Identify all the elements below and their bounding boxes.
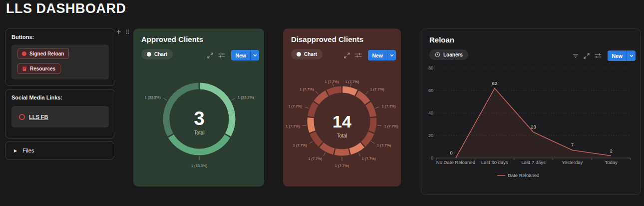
expand-icon[interactable]	[344, 52, 350, 58]
buttons-section-label: Buttons:	[11, 34, 34, 40]
reloan-card: Reloan Loaners New 020406080No Date Relo…	[421, 28, 641, 195]
pie-label-leader	[350, 82, 351, 86]
pie-label: 1 (7.7%)	[384, 124, 398, 128]
pie-label-leader	[371, 142, 375, 144]
pie-label-leader	[365, 91, 368, 94]
pie-segment[interactable]	[342, 90, 356, 93]
pie-label-leader	[323, 152, 325, 156]
data-point-label: 0	[450, 150, 452, 156]
approved-total-value: 3	[194, 108, 204, 128]
pie-label: 1 (33.3%)	[238, 94, 254, 99]
new-button[interactable]: New	[608, 50, 636, 61]
caret-right-icon[interactable]: ▶	[14, 148, 17, 153]
pie-label-leader	[232, 98, 235, 100]
chart-badge-label: Chart	[304, 52, 317, 57]
approved-clients-card: Approved Clients Chart New 3 Total 1 (33…	[133, 28, 264, 186]
resources-label: Resources	[30, 66, 55, 72]
pie-label-leader	[310, 142, 313, 144]
files-section[interactable]: ▶ Files	[5, 141, 114, 160]
social-section-label: Social Media Links:	[11, 94, 62, 100]
page-title: LLS DASHBOARD	[6, 1, 126, 16]
pie-label-leader	[303, 126, 307, 126]
pie-label-leader	[305, 107, 309, 108]
chevron-down-icon[interactable]	[387, 50, 396, 60]
disapproved-total-value: 14	[332, 112, 351, 132]
new-button[interactable]: New	[368, 50, 396, 60]
pie-segment[interactable]	[328, 90, 341, 93]
clock-icon	[435, 52, 440, 58]
expand-icon[interactable]	[584, 53, 590, 59]
trash-icon	[22, 66, 27, 72]
pie-label: 1 (7.7%)	[300, 87, 314, 92]
pie-segment[interactable]	[357, 94, 367, 102]
resources-button[interactable]: Resources	[17, 64, 60, 74]
pie-segment[interactable]	[322, 145, 334, 152]
loaners-badge[interactable]: Loaners	[429, 50, 468, 60]
pie-label-leader	[358, 152, 360, 156]
new-button-label: New	[231, 52, 250, 58]
pie-label: 1 (33.3%)	[191, 164, 208, 168]
settings-sliders-icon[interactable]	[595, 53, 602, 58]
x-category-label: Today	[605, 160, 618, 165]
pie-label: 1 (7.7%)	[381, 104, 395, 108]
pie-segment[interactable]	[311, 104, 316, 116]
filter-icon[interactable]	[573, 54, 579, 58]
data-point-label: 7	[571, 142, 574, 148]
data-point-label: 23	[531, 124, 536, 130]
white-dot-icon	[147, 52, 151, 56]
y-tick-label: 60	[428, 88, 433, 93]
pie-segment[interactable]	[371, 118, 373, 132]
y-tick-label: 40	[428, 110, 433, 116]
circle-ring-icon	[19, 114, 25, 120]
new-button[interactable]: New	[231, 50, 259, 60]
data-line[interactable]	[456, 88, 611, 158]
pie-label: 1 (7.7%)	[377, 143, 391, 148]
x-category-label: Last 30 days	[481, 160, 508, 165]
pie-segment[interactable]	[350, 145, 362, 152]
buttons-section: Buttons: Signed Reloan Resources	[5, 28, 115, 86]
chevron-down-icon[interactable]	[251, 50, 259, 60]
settings-sliders-icon[interactable]	[218, 52, 225, 58]
drag-handle-icon[interactable]: ⠿	[125, 29, 130, 36]
y-tick-label: 20	[428, 133, 433, 138]
social-links-section: Social Media Links: LLS FB	[5, 89, 115, 138]
pie-segment[interactable]	[363, 132, 371, 144]
pie-label-leader	[164, 98, 167, 100]
signed-reloan-label: Signed Reloan	[29, 51, 64, 56]
pie-segment[interactable]	[313, 132, 321, 144]
add-widget-icon[interactable]: +	[116, 28, 121, 36]
chart-type-badge[interactable]: Chart	[291, 49, 322, 60]
x-category-label: No Date Reloaned	[436, 160, 475, 165]
expand-icon[interactable]	[207, 52, 213, 58]
pie-segment[interactable]	[311, 118, 313, 132]
pie-segment[interactable]	[171, 136, 227, 152]
signed-reloan-button[interactable]: Signed Reloan	[17, 48, 69, 59]
chart-type-badge[interactable]: Chart	[141, 49, 173, 60]
files-label: Files	[22, 148, 34, 154]
pie-label-leader	[377, 126, 381, 126]
pie-label: 1 (7.7%)	[308, 156, 322, 161]
legend-label[interactable]: Date Reloaned	[508, 172, 539, 178]
y-tick-label: 80	[428, 66, 433, 70]
new-button-label: New	[368, 52, 387, 58]
pie-label: 1 (7.7%)	[324, 80, 338, 84]
pie-segment[interactable]	[166, 86, 199, 135]
pie-segment[interactable]	[200, 86, 232, 135]
pie-segment[interactable]	[335, 152, 349, 152]
white-dot-icon	[297, 52, 301, 56]
pie-segment[interactable]	[317, 94, 327, 102]
disapproved-clients-card: Disapproved Clients Chart New 14 Total 1…	[283, 28, 401, 186]
disapproved-card-title: Disapproved Clients	[291, 35, 363, 44]
x-category-label: Last 7 days	[521, 160, 546, 165]
approved-card-title: Approved Clients	[141, 35, 203, 44]
social-links-panel: LLS FB	[11, 106, 109, 128]
pie-segment[interactable]	[368, 104, 373, 116]
x-category-label: Yesterday	[562, 160, 583, 165]
red-dot-icon	[22, 52, 26, 56]
approved-total-label: Total	[194, 130, 204, 136]
settings-sliders-icon[interactable]	[355, 52, 362, 58]
lls-fb-link[interactable]: LLS FB	[29, 114, 48, 120]
pie-label-leader	[316, 91, 318, 94]
chevron-down-icon[interactable]	[627, 50, 636, 61]
pie-label-leader	[375, 107, 379, 108]
